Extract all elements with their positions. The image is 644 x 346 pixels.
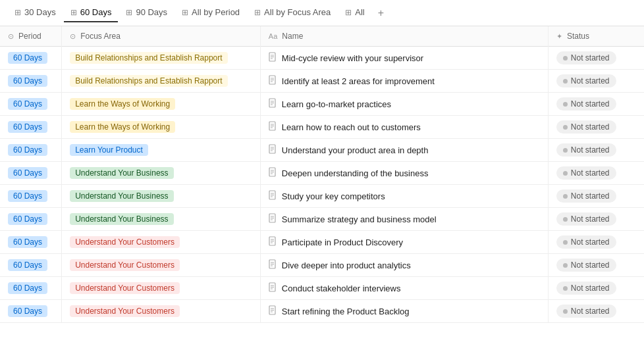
name-header-icon: Aa [269,32,280,40]
cell-name: Understand your product area in depth [260,139,548,162]
status-badge: Not started [556,166,616,180]
table-row[interactable]: 60 DaysUnderstand Your Customers Partici… [0,231,644,254]
focus-area-badge: Understand Your Customers [70,282,180,294]
status-badge: Not started [556,74,616,87]
focus-area-badge: Build Relationships and Establish Rappor… [70,75,227,87]
focusarea-header-icon: ⊙ [70,32,78,40]
task-name: Start refining the Product Backlog [282,307,410,316]
status-text: Not started [571,260,610,270]
task-name: Deepen understanding of the business [282,168,429,178]
table-row[interactable]: 60 DaysLearn the Ways of Working Learn g… [0,93,644,116]
table-icon: ⊞ [70,8,77,17]
cell-status: Not started [548,277,644,300]
cell-name: Learn go-to-market practices [260,93,548,116]
tab-allbyperiod[interactable]: ⊞All by Period [175,3,246,22]
status-text: Not started [571,122,610,132]
col-header-status[interactable]: ✦ Status [548,26,644,47]
tab-label: All by Period [192,7,240,17]
cell-status: Not started [548,185,644,208]
cell-name: Dive deeper into product analytics [260,254,548,277]
cell-period: 60 Days [0,231,62,254]
cell-name: Summarize strategy and business model [260,208,548,231]
cell-focus-area: Learn the Ways of Working [62,116,261,139]
status-text: Not started [571,145,610,155]
task-name: Dive deeper into product analytics [282,260,411,270]
cell-name: Start refining the Product Backlog [260,300,548,323]
table-row[interactable]: 60 DaysUnderstand Your Customers Conduct… [0,277,644,300]
period-badge: 60 Days [8,213,47,225]
table-row[interactable]: 60 DaysUnderstand Your Business Summariz… [0,208,644,231]
table-row[interactable]: 60 DaysLearn Your Product Understand you… [0,139,644,162]
doc-icon [269,98,277,110]
task-name: Learn how to reach out to customers [282,122,421,132]
table-row[interactable]: 60 DaysUnderstand Your Business Study yo… [0,185,644,208]
period-badge: 60 Days [8,282,47,294]
cell-period: 60 Days [0,70,62,93]
cell-focus-area: Understand Your Business [62,185,261,208]
cell-focus-area: Understand Your Customers [62,300,261,323]
table-row[interactable]: 60 DaysBuild Relationships and Establish… [0,47,644,70]
add-tab-button[interactable]: + [373,3,389,23]
tab-allbyfocusarea[interactable]: ⊞All by Focus Area [248,3,337,22]
status-dot [563,56,568,61]
status-text: Not started [571,99,610,109]
cell-status: Not started [548,231,644,254]
cell-status: Not started [548,70,644,93]
cell-period: 60 Days [0,185,62,208]
task-name: Understand your product area in depth [282,145,429,155]
cell-period: 60 Days [0,116,62,139]
table-row[interactable]: 60 DaysLearn the Ways of Working Learn h… [0,116,644,139]
cell-name: Participate in Product Discovery [260,231,548,254]
focusarea-header-label: Focus Area [80,32,121,41]
status-dot [563,309,568,314]
task-name: Learn go-to-market practices [282,99,391,109]
main-table: ⊙ Period⊙ Focus AreaAa Name✦ Status 60 D… [0,26,644,323]
status-badge: Not started [556,212,616,226]
tab-60days[interactable]: ⊞60 Days [64,3,119,22]
table-row[interactable]: 60 DaysBuild Relationships and Establish… [0,70,644,93]
tab-30days[interactable]: ⊞30 Days [8,3,63,22]
col-header-focusarea[interactable]: ⊙ Focus Area [62,26,261,47]
cell-period: 60 Days [0,93,62,116]
focus-area-badge: Understand Your Customers [70,259,180,271]
table-row[interactable]: 60 DaysUnderstand Your Customers Dive de… [0,254,644,277]
table-icon: ⊞ [126,8,132,17]
cell-period: 60 Days [0,254,62,277]
cell-focus-area: Understand Your Customers [62,231,261,254]
cell-status: Not started [548,162,644,185]
status-badge: Not started [556,143,616,157]
cell-name: Learn how to reach out to customers [260,116,548,139]
doc-icon [269,236,277,248]
status-header-icon: ✦ [556,32,564,40]
col-header-name[interactable]: Aa Name [260,26,548,47]
focus-area-badge: Understand Your Business [70,190,173,202]
task-name: Identify at least 2 areas for improvemen… [282,76,435,86]
doc-icon [269,282,277,294]
tab-all[interactable]: ⊞All [338,3,371,22]
cell-focus-area: Learn the Ways of Working [62,93,261,116]
status-badge: Not started [556,305,616,318]
tab-label: 90 Days [136,7,167,17]
table-icon: ⊞ [14,8,21,17]
table-icon: ⊞ [345,8,352,17]
doc-icon [269,259,277,271]
table-row[interactable]: 60 DaysUnderstand Your Customers Start r… [0,300,644,323]
cell-status: Not started [548,139,644,162]
table-row[interactable]: 60 DaysUnderstand Your Business Deepen u… [0,162,644,185]
task-name: Mid-cycle review with your supervisor [282,53,423,63]
doc-icon [269,144,277,156]
period-badge: 60 Days [8,305,47,317]
period-header-label: Period [18,32,41,41]
doc-icon [269,75,277,87]
focus-area-badge: Learn the Ways of Working [70,98,175,110]
tab-90days[interactable]: ⊞90 Days [119,3,174,22]
status-badge: Not started [556,259,616,272]
table-body: 60 DaysBuild Relationships and Establish… [0,47,644,323]
table-icon: ⊞ [182,8,188,17]
cell-status: Not started [548,47,644,70]
cell-focus-area: Learn Your Product [62,139,261,162]
task-name: Participate in Product Discovery [282,237,403,247]
tab-label: All [355,7,364,17]
status-dot [563,125,568,130]
col-header-period[interactable]: ⊙ Period [0,26,62,47]
